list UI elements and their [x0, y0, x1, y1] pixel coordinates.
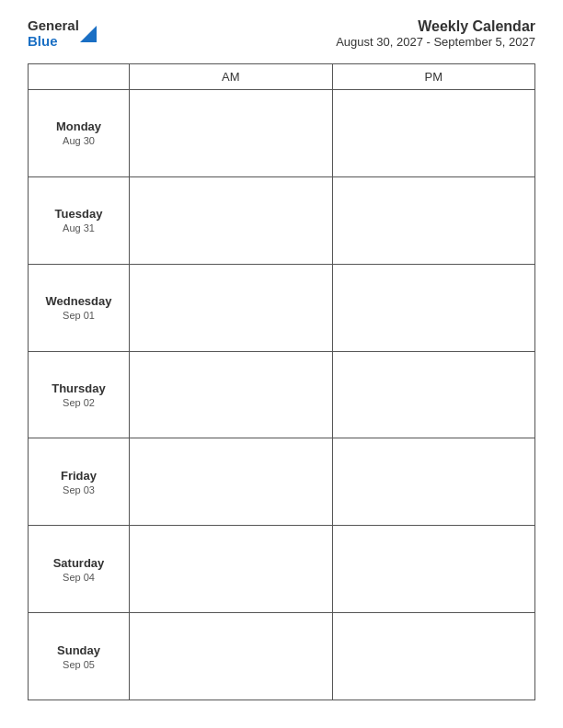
col-header-pm: PM [332, 64, 535, 90]
logo-blue: Blue [28, 34, 58, 50]
day-label-thursday: Thursday Sep 02 [29, 351, 130, 438]
day-name: Tuesday [32, 207, 125, 221]
day-date: Sep 01 [32, 310, 125, 321]
table-row: Monday Aug 30 [29, 90, 535, 177]
pm-cell-tuesday[interactable] [332, 176, 535, 264]
pm-cell-monday[interactable] [332, 90, 535, 177]
day-label-tuesday: Tuesday Aug 31 [29, 176, 130, 264]
day-name: Friday [32, 469, 125, 483]
day-name: Saturday [32, 556, 125, 570]
pm-cell-saturday[interactable] [332, 526, 535, 613]
am-cell-wednesday[interactable] [130, 264, 333, 351]
table-row: Saturday Sep 04 [29, 526, 535, 613]
day-date: Sep 04 [32, 572, 125, 583]
pm-cell-friday[interactable] [332, 438, 535, 526]
am-cell-monday[interactable] [130, 90, 333, 177]
day-name: Monday [32, 119, 125, 133]
day-date: Sep 02 [32, 397, 125, 408]
table-row: Sunday Sep 05 [29, 613, 535, 700]
page-header: General Blue Weekly Calendar August 30, … [28, 18, 535, 49]
pm-cell-wednesday[interactable] [332, 264, 535, 351]
pm-cell-sunday[interactable] [332, 613, 535, 700]
day-label-sunday: Sunday Sep 05 [29, 613, 130, 700]
am-cell-thursday[interactable] [130, 351, 333, 438]
am-cell-friday[interactable] [130, 438, 333, 526]
logo-icon [80, 26, 97, 42]
day-name: Sunday [32, 643, 125, 657]
day-date: Sep 03 [32, 484, 125, 495]
logo-general: General [28, 18, 79, 34]
calendar-table: AM PM Monday Aug 30 Tuesday Aug 31 Wedne… [28, 63, 535, 700]
day-date: Sep 05 [32, 659, 125, 670]
am-cell-sunday[interactable] [130, 613, 333, 700]
day-label-saturday: Saturday Sep 04 [29, 526, 130, 613]
day-date: Aug 31 [32, 222, 125, 233]
col-header-day [29, 64, 130, 90]
title-block: Weekly Calendar August 30, 2027 - Septem… [336, 18, 535, 49]
day-date: Aug 30 [32, 135, 125, 146]
table-row: Thursday Sep 02 [29, 351, 535, 438]
table-row: Tuesday Aug 31 [29, 176, 535, 264]
day-name: Wednesday [32, 294, 125, 308]
col-header-am: AM [130, 64, 333, 90]
calendar-title: Weekly Calendar [336, 18, 535, 35]
table-row: Wednesday Sep 01 [29, 264, 535, 351]
day-label-wednesday: Wednesday Sep 01 [29, 264, 130, 351]
table-row: Friday Sep 03 [29, 438, 535, 526]
day-name: Thursday [32, 381, 125, 395]
svg-marker-0 [80, 26, 97, 42]
logo: General Blue [28, 18, 97, 49]
column-header-row: AM PM [29, 64, 535, 90]
am-cell-saturday[interactable] [130, 526, 333, 613]
day-label-monday: Monday Aug 30 [29, 90, 130, 177]
calendar-subtitle: August 30, 2027 - September 5, 2027 [336, 35, 535, 49]
day-label-friday: Friday Sep 03 [29, 438, 130, 526]
am-cell-tuesday[interactable] [130, 176, 333, 264]
pm-cell-thursday[interactable] [332, 351, 535, 438]
